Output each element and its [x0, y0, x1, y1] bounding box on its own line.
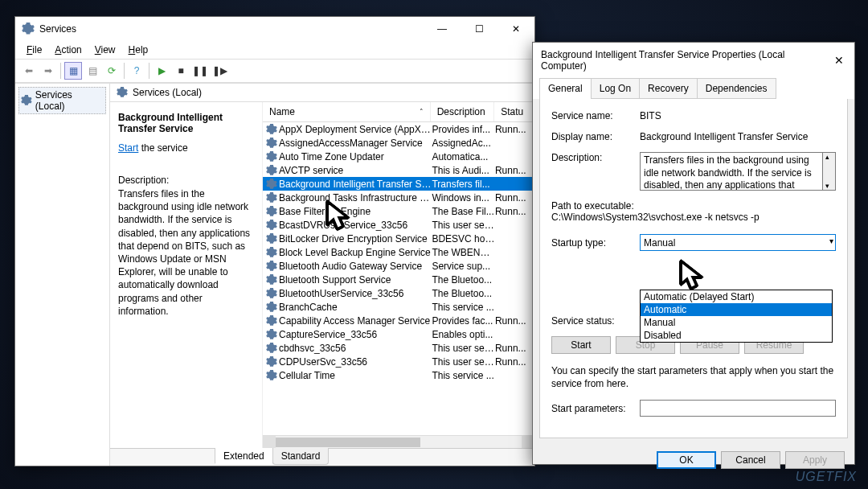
service-name: BranchCache: [279, 302, 432, 313]
table-row[interactable]: Background Tasks Infrastructure Service …: [263, 191, 534, 204]
startup-type-combobox[interactable]: Manual ▾: [640, 234, 836, 251]
watermark: UGETFIX: [796, 470, 857, 484]
service-name: Auto Time Zone Updater: [279, 151, 432, 162]
service-icon: [266, 315, 277, 327]
tree-pane: Services (Local): [15, 84, 110, 466]
service-status: Runn...: [495, 124, 534, 135]
tab-dependencies[interactable]: Dependencies: [697, 78, 776, 99]
service-name: AppX Deployment Service (AppXSVC): [279, 124, 432, 135]
table-row[interactable]: AVCTP service This is Audi... Runn...: [263, 163, 534, 177]
table-row[interactable]: AppX Deployment Service (AppXSVC) Provid…: [263, 122, 534, 136]
description-scrollbar[interactable]: [823, 152, 836, 191]
table-row[interactable]: Background Intelligent Transfer Service …: [263, 177, 534, 191]
services-icon: [117, 87, 128, 98]
table-row[interactable]: Base Filtering Engine The Base Fil... Ru…: [263, 204, 534, 218]
start-service-button[interactable]: ▶: [153, 62, 170, 80]
service-description: BDESVC hos...: [432, 233, 495, 244]
table-row[interactable]: Auto Time Zone Updater Automatica...: [263, 150, 534, 163]
tab-standard[interactable]: Standard: [272, 448, 330, 465]
service-description: Transfers fil...: [432, 179, 495, 190]
option-automatic-delayed[interactable]: Automatic (Delayed Start): [641, 290, 832, 303]
service-icon: [266, 343, 277, 354]
back-button[interactable]: ⬅: [20, 62, 38, 80]
tab-logon[interactable]: Log On: [591, 78, 640, 99]
value-description: Transfers files in the background using …: [640, 152, 823, 191]
table-row[interactable]: CaptureService_33c56 Enables opti...: [263, 327, 534, 341]
table-row[interactable]: Block Level Backup Engine Service The WB…: [263, 245, 534, 259]
table-row[interactable]: AssignedAccessManager Service AssignedAc…: [263, 136, 534, 150]
property-tabs: General Log On Recovery Dependencies: [533, 78, 854, 99]
table-row[interactable]: BluetoothUserService_33c56 The Bluetoo..…: [263, 286, 534, 300]
service-icon: [266, 302, 277, 313]
start-button[interactable]: Start: [551, 336, 611, 354]
menu-help[interactable]: Help: [122, 43, 155, 57]
table-row[interactable]: Bluetooth Audio Gateway Service Service …: [263, 259, 534, 273]
service-icon: [266, 192, 277, 203]
pause-service-button[interactable]: ❚❚: [191, 62, 209, 80]
table-row[interactable]: Bluetooth Support Service The Bluetoo...: [263, 273, 534, 286]
service-icon: [266, 329, 277, 340]
service-name: BitLocker Drive Encryption Service: [279, 233, 432, 244]
service-status: Runn...: [495, 343, 534, 354]
value-path: C:\Windows\System32\svchost.exe -k netsv…: [551, 212, 836, 223]
service-description: This user ser...: [432, 343, 495, 354]
service-status: Runn...: [495, 192, 534, 203]
horizontal-scrollbar[interactable]: [263, 435, 534, 448]
tab-general[interactable]: General: [539, 78, 592, 99]
service-name: BluetoothUserService_33c56: [279, 288, 432, 299]
table-row[interactable]: Capability Access Manager Service Provid…: [263, 314, 534, 327]
table-row[interactable]: BranchCache This service ...: [263, 300, 534, 314]
startup-type-dropdown: Automatic (Delayed Start) Automatic Manu…: [640, 290, 833, 343]
option-disabled[interactable]: Disabled: [641, 329, 832, 342]
column-status[interactable]: Statu: [494, 102, 534, 121]
refresh-button[interactable]: ⟳: [103, 62, 121, 80]
table-row[interactable]: BitLocker Drive Encryption Service BDESV…: [263, 232, 534, 245]
ok-button[interactable]: OK: [657, 451, 716, 469]
service-name: AssignedAccessManager Service: [279, 138, 432, 149]
service-icon: [266, 370, 277, 381]
start-parameters-input[interactable]: [640, 400, 836, 417]
service-status: Runn...: [495, 165, 534, 176]
menu-file[interactable]: File: [20, 43, 48, 57]
minimize-button[interactable]: —: [424, 17, 461, 41]
tab-recovery[interactable]: Recovery: [639, 78, 698, 99]
service-description: The WBENG...: [432, 247, 495, 258]
pane-header: Services (Local): [110, 84, 534, 102]
column-name[interactable]: Name˄: [263, 102, 431, 121]
selected-service-heading: Background Intelligent Transfer Service: [118, 112, 254, 134]
dialog-close-button[interactable]: ✕: [827, 54, 851, 67]
tab-extended[interactable]: Extended: [215, 448, 273, 465]
table-row[interactable]: CDPUserSvc_33c56 This user ser... Runn..…: [263, 355, 534, 368]
show-hide-button[interactable]: ▦: [64, 62, 82, 80]
maximize-button[interactable]: ☐: [461, 17, 497, 41]
label-startup-type: Startup type:: [551, 237, 640, 249]
apply-button[interactable]: Apply: [785, 451, 845, 469]
service-description: This user ser...: [432, 356, 495, 368]
cancel-button[interactable]: Cancel: [721, 451, 780, 469]
service-name: BcastDVRUserService_33c56: [279, 220, 432, 231]
properties-dialog: Background Intelligent Transfer Service …: [532, 42, 855, 465]
table-row[interactable]: BcastDVRUserService_33c56 This user ser.…: [263, 218, 534, 232]
option-automatic[interactable]: Automatic: [641, 303, 832, 316]
close-button[interactable]: ✕: [497, 17, 534, 41]
table-row[interactable]: Cellular Time This service ...: [263, 368, 534, 382]
column-description[interactable]: Description: [431, 102, 495, 121]
tree-item-services-local[interactable]: Services (Local): [18, 87, 106, 114]
restart-service-button[interactable]: ❚▶: [211, 62, 228, 80]
service-description: This user ser...: [432, 220, 495, 231]
service-description: Enables opti...: [432, 329, 495, 340]
help-button[interactable]: ?: [128, 62, 145, 80]
menu-action[interactable]: Action: [48, 43, 88, 57]
menu-view[interactable]: View: [88, 43, 122, 57]
service-name: CDPUserSvc_33c56: [279, 356, 432, 368]
label-start-parameters: Start parameters:: [551, 403, 640, 414]
export-button[interactable]: ▤: [84, 62, 101, 80]
option-manual[interactable]: Manual: [641, 316, 832, 329]
label-path: Path to executable:: [551, 200, 836, 212]
forward-button[interactable]: ➡: [39, 62, 57, 80]
menubar: File Action View Help: [15, 41, 534, 60]
table-row[interactable]: cbdhsvc_33c56 This user ser... Runn...: [263, 341, 534, 355]
start-service-link[interactable]: Start: [118, 142, 138, 154]
stop-service-button[interactable]: ■: [172, 62, 190, 80]
service-name: Capability Access Manager Service: [279, 315, 432, 327]
